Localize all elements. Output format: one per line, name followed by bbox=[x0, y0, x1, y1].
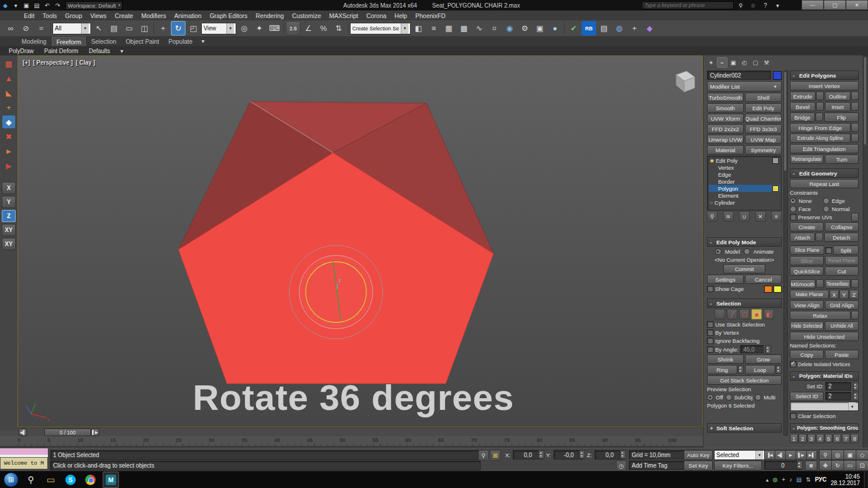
use-stack-selection-checkbox[interactable] bbox=[707, 321, 713, 328]
view-align-button[interactable]: View Align bbox=[790, 300, 824, 310]
tab-utilities-icon[interactable]: ⚒ bbox=[761, 57, 772, 68]
slice-plane-button[interactable]: Slice Plane bbox=[790, 245, 824, 255]
modifier-button-shell[interactable]: Shell bbox=[745, 93, 782, 102]
viewport-menu-pov[interactable]: [ Perspective ] bbox=[33, 59, 73, 66]
mirror-icon[interactable]: ◧ bbox=[411, 21, 426, 36]
rotate-gizmo-trackball[interactable] bbox=[299, 255, 373, 329]
menu-create[interactable]: Create bbox=[111, 10, 138, 20]
modifier-button-ffd3[interactable]: FFD 3x3x3 bbox=[745, 124, 782, 134]
viewport-menu-general[interactable]: [+] bbox=[23, 59, 30, 66]
grid-align-button[interactable]: Grid Align bbox=[825, 300, 859, 310]
subobject-polygon-icon[interactable]: ■ bbox=[751, 309, 762, 320]
split-button[interactable]: Split bbox=[833, 245, 859, 255]
stack-item-edge[interactable]: Edge bbox=[709, 171, 780, 178]
rollout-edit-poly-mode[interactable]: - Edit Poly Mode bbox=[707, 237, 782, 247]
by-angle-checkbox[interactable] bbox=[707, 346, 713, 353]
tab-modeling[interactable]: Modeling bbox=[18, 36, 51, 46]
smoothing-group-2-button[interactable]: 2 bbox=[799, 434, 807, 443]
by-angle-field[interactable]: 45,0 bbox=[740, 345, 764, 353]
stack-item-element[interactable]: Element bbox=[709, 192, 780, 199]
stack-pin-box[interactable] bbox=[772, 157, 779, 164]
tab-hierarchy-icon[interactable]: ▣ bbox=[728, 57, 738, 68]
subobject-element-icon[interactable]: ◧ bbox=[764, 309, 774, 320]
next-frame-button[interactable]: ▌▶ bbox=[796, 450, 807, 460]
hinge-settings-button[interactable] bbox=[851, 123, 859, 132]
tessellate-settings-button[interactable] bbox=[851, 279, 859, 288]
ring-button[interactable]: Ring bbox=[707, 365, 737, 374]
extrude-along-spline-button[interactable]: Extrude Along Spline bbox=[790, 134, 850, 143]
taskbar-search-icon[interactable]: ⚲ bbox=[23, 472, 38, 487]
relax-button[interactable]: Relax bbox=[790, 311, 850, 320]
ring-spinner[interactable] bbox=[738, 365, 744, 374]
region-zoom-icon[interactable]: ▭ bbox=[844, 460, 856, 471]
subobject-border-icon[interactable]: ▢ bbox=[739, 309, 750, 320]
preserve-uvs-settings-button[interactable] bbox=[851, 213, 859, 222]
tab-freeform[interactable]: Freeform bbox=[52, 37, 86, 46]
zoom-icon[interactable]: ⚲ bbox=[819, 450, 832, 460]
globe-plugin-icon[interactable]: ◍ bbox=[612, 21, 626, 36]
search-input[interactable] bbox=[642, 1, 734, 9]
schematic-view-icon[interactable]: ⌗ bbox=[487, 21, 502, 36]
modifier-button-smooth[interactable]: Smooth bbox=[707, 103, 744, 113]
select-and-manipulate-icon[interactable]: ✦ bbox=[252, 21, 267, 36]
menu-tools[interactable]: Tools bbox=[38, 10, 61, 20]
by-angle-spinner[interactable] bbox=[765, 345, 771, 354]
outline-settings-button[interactable] bbox=[851, 92, 859, 100]
menu-animation[interactable]: Animation bbox=[170, 10, 206, 20]
render-setup-icon[interactable]: ⚙ bbox=[517, 21, 532, 36]
bevel-button[interactable]: Bevel bbox=[790, 102, 816, 111]
menu-views[interactable]: Views bbox=[86, 10, 111, 20]
remove-modifier-icon[interactable]: ✕ bbox=[755, 211, 766, 222]
modify-panel-scrollbar[interactable] bbox=[783, 71, 788, 436]
set-key-button[interactable]: Set Key bbox=[684, 461, 713, 471]
stack-item-cylinder[interactable]: ○Cylinder bbox=[709, 199, 780, 206]
show-end-result-icon[interactable]: ≋ bbox=[723, 211, 734, 222]
tray-update-icon[interactable]: + bbox=[782, 476, 785, 483]
orbit-icon[interactable]: ↻ bbox=[831, 460, 844, 471]
select-object-icon[interactable]: ↖ bbox=[92, 21, 106, 36]
subobject-edge-icon[interactable]: ╱ bbox=[727, 309, 737, 320]
attach-button[interactable]: Attach bbox=[790, 233, 815, 242]
rb-plugin-icon[interactable]: RB bbox=[582, 21, 596, 36]
tray-volume-icon[interactable]: ♪ bbox=[789, 476, 792, 483]
time-slider-prev-icon[interactable]: ◀▌ bbox=[19, 429, 27, 436]
snap-toggle-button[interactable]: 2.5 bbox=[286, 21, 300, 36]
time-slider-handle[interactable]: 0 / 100 bbox=[44, 429, 91, 436]
detach-button[interactable]: Detach bbox=[824, 233, 859, 242]
configure-modifier-sets-icon[interactable]: ≡ bbox=[771, 211, 782, 222]
add-time-tag-field[interactable]: Add Time Tag bbox=[629, 461, 686, 470]
cancel-button[interactable]: Cancel bbox=[745, 275, 782, 284]
align-icon[interactable]: ≡ bbox=[426, 21, 441, 36]
tray-network-icon[interactable]: ▤ bbox=[796, 476, 802, 483]
constraint-edge-radio[interactable] bbox=[823, 198, 830, 204]
print-size-wizard-icon[interactable]: ▤ bbox=[597, 21, 611, 36]
smoothing-group-7-button[interactable]: 7 bbox=[842, 434, 850, 443]
selected-key-set-dropdown[interactable]: Selected ▾ bbox=[714, 450, 765, 460]
render-production-icon[interactable]: ● bbox=[548, 21, 562, 36]
show-cage-checkbox[interactable] bbox=[707, 286, 713, 292]
modifier-button-turbosmooth[interactable]: TurboSmooth bbox=[707, 93, 744, 102]
axis-constraint-xy2-button[interactable]: XY bbox=[2, 238, 16, 250]
stack-item-border[interactable]: Border bbox=[709, 178, 780, 185]
chevron-down-icon[interactable]: ▾ bbox=[772, 0, 783, 10]
select-id-field[interactable]: 2 bbox=[825, 392, 851, 401]
tab-create-icon[interactable]: ✶ bbox=[706, 57, 716, 68]
get-stack-selection-button[interactable]: Get Stack Selection bbox=[707, 375, 782, 385]
stack-item-vertex[interactable]: Vertex bbox=[709, 164, 780, 171]
auto-key-button[interactable]: Auto Key bbox=[684, 450, 713, 460]
modifier-button-symmetry[interactable]: Symmetry bbox=[745, 145, 782, 155]
modifier-button-uvwxform[interactable]: UVW Xform bbox=[707, 114, 744, 123]
current-frame-field[interactable]: 0 bbox=[764, 461, 802, 470]
material-editor-icon[interactable]: ◉ bbox=[502, 21, 517, 36]
constraint-face-radio[interactable] bbox=[790, 206, 796, 212]
copy-button[interactable]: Copy bbox=[790, 350, 824, 359]
menu-customize[interactable]: Customize bbox=[288, 10, 326, 20]
application-menu-icon[interactable]: ▾ bbox=[10, 0, 21, 10]
maximize-button[interactable]: ▢ bbox=[824, 0, 846, 10]
rollout-selection[interactable]: - Selection bbox=[707, 299, 782, 308]
save-icon[interactable]: ▤ bbox=[32, 0, 42, 10]
time-tag-icon[interactable]: ◷ bbox=[616, 461, 626, 471]
reset-plane-button[interactable]: Reset Plane bbox=[825, 256, 859, 265]
panel-polydraw[interactable]: PolyDraw bbox=[5, 46, 38, 55]
menu-maxscript[interactable]: MAXScript bbox=[325, 10, 362, 20]
